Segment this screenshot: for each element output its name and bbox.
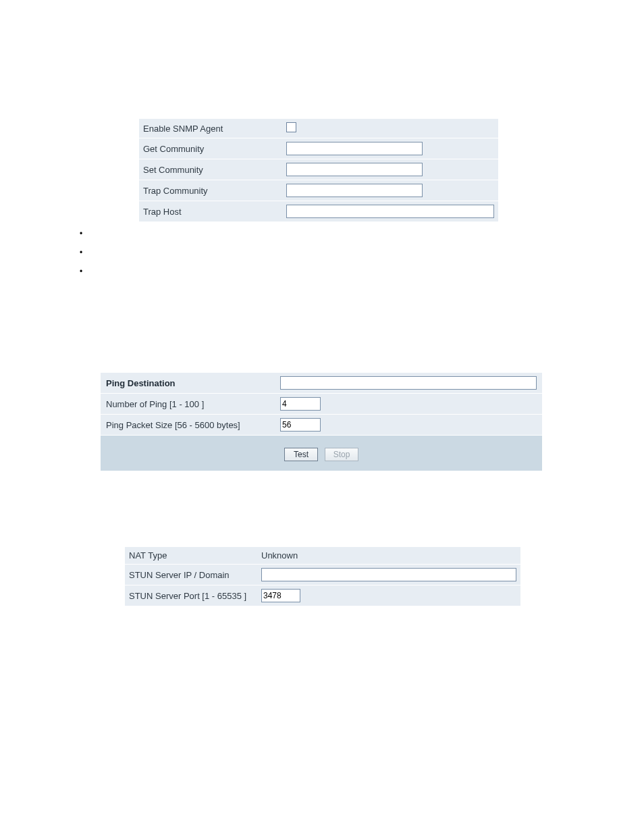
trap-host-label: Trap Host [139,201,282,222]
nat-type-value: Unknown [257,547,520,565]
bullet-item [80,262,88,281]
ping-table: Ping Destination Number of Ping [1 - 100… [101,373,542,471]
stun-server-ip-label: STUN Server IP / Domain [125,565,257,585]
ping-packet-size-input[interactable] [280,418,321,432]
snmp-settings-table: Enable SNMP Agent Get Community Set Comm… [139,119,498,222]
number-of-ping-input[interactable] [280,397,321,411]
ping-destination-input[interactable] [280,376,537,390]
snmp-enable-label: Enable SNMP Agent [139,119,282,138]
ping-packet-size-label: Ping Packet Size [56 - 5600 bytes] [101,415,275,436]
ping-destination-label: Ping Destination [101,373,275,394]
stun-server-port-label: STUN Server Port [1 - 65535 ] [125,585,257,606]
number-of-ping-label: Number of Ping [1 - 100 ] [101,394,275,415]
bullet-item [80,224,88,243]
bullet-item [80,243,88,262]
get-community-input[interactable] [286,142,423,155]
trap-community-label: Trap Community [139,180,282,201]
set-community-label: Set Community [139,159,282,180]
trap-community-input[interactable] [286,184,423,197]
trap-host-input[interactable] [286,205,494,218]
stun-server-port-input[interactable] [261,589,300,602]
stun-server-ip-input[interactable] [261,568,516,581]
test-button[interactable]: Test [284,448,318,461]
bullet-list [80,224,88,281]
get-community-label: Get Community [139,138,282,159]
enable-snmp-checkbox[interactable] [286,122,296,132]
stun-table: NAT Type Unknown STUN Server IP / Domain… [125,547,520,606]
stop-button: Stop [325,448,358,461]
set-community-input[interactable] [286,163,423,176]
nat-type-label: NAT Type [125,547,257,565]
